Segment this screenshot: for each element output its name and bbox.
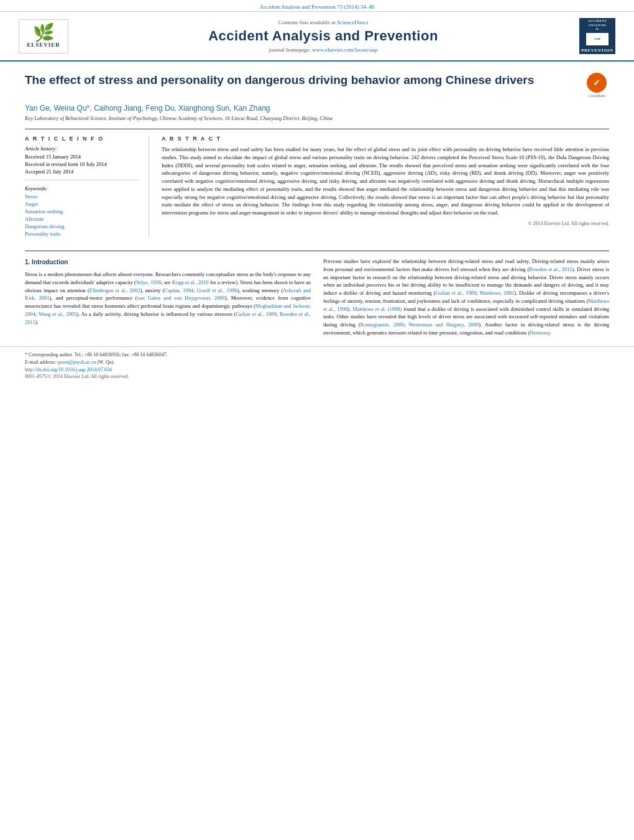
article-info-panel: A R T I C L E I N F O Article history: R… <box>25 136 149 238</box>
journal-citation-bar: Accident Analysis and Prevention 73 (201… <box>0 0 634 12</box>
aap-top-text: ACCIDENTANALYSIS& <box>588 19 607 32</box>
keyword-altruism: Altruism <box>25 216 139 222</box>
ref-caplan: Caplan, 1994 <box>165 287 193 293</box>
elsevier-tree-icon: 🌿 <box>33 24 55 42</box>
ref-kontogiannis: Kontogiannis, 2006 <box>361 321 404 328</box>
introduction-p1: Stress is a modern phenomenon that affec… <box>25 270 311 326</box>
abstract-section: A B S T R A C T The relationship between… <box>162 136 609 238</box>
email-link[interactable]: quwn@psych.ac.cn <box>57 359 96 365</box>
keyword-dangerous: Dangerous driving <box>25 223 139 229</box>
history-label: Article history: <box>25 145 139 152</box>
abstract-text: The relationship between stress and road… <box>162 145 609 217</box>
ref-ellenbogen: Ellenbogen et al., 2002 <box>90 287 140 293</box>
keyword-personality: Personality traits <box>25 231 139 237</box>
doi-link[interactable]: http://dx.doi.org/10.1016/j.aap.2014.07.… <box>25 367 112 372</box>
section-divider <box>25 251 609 251</box>
info-divider <box>25 180 139 180</box>
keyword-anger: Anger <box>25 201 139 207</box>
introduction-p2: Previous studies have explored the relat… <box>323 257 609 337</box>
abstract-title: A B S T R A C T <box>162 136 609 142</box>
ref-westerman: Westerman and Haigney, 2000 <box>408 321 479 328</box>
article-title: The effect of stress and personality on … <box>25 73 584 88</box>
received-date: Received 15 January 2014 <box>25 154 139 160</box>
right-body-column: Previous studies have explored the relat… <box>323 257 609 340</box>
corresponding-footnote: * Corresponding author. Tel.: +86 10 648… <box>25 352 609 358</box>
keyword-stress: Stress <box>25 193 139 200</box>
homepage-link[interactable]: www.elsevier.com/locate/aap <box>312 47 377 53</box>
article-info-title: A R T I C L E I N F O <box>25 136 139 142</box>
ref-graeff: Graeff et al., 1996 <box>196 287 237 293</box>
crossmark-container: ✓ CrossMark <box>584 73 609 98</box>
ref-matthews: Matthews, 2002 <box>480 290 515 296</box>
ref-gulian: Gulian et al., 1989 <box>236 311 277 317</box>
issn-line: 0001-4575/© 2014 Elsevier Ltd. All right… <box>25 374 609 379</box>
aap-logo: ACCIDENTANALYSIS& AAP PREVENTION <box>579 18 615 54</box>
journal-header: 🌿 ELSEVIER Contents lists available at S… <box>0 12 634 62</box>
ref-kopp: Kopp et al., 2010 <box>172 279 209 285</box>
accepted-date: Accepted 21 July 2014 <box>25 168 139 175</box>
aap-logo-container: ACCIDENTANALYSIS& AAP PREVENTION <box>572 18 615 54</box>
contents-line: Contents lists available at ScienceDirec… <box>75 19 572 25</box>
sciencedirect-link[interactable]: ScienceDirect <box>337 19 368 25</box>
aap-bottom-text: PREVENTION <box>581 48 613 53</box>
aap-logo-inner: AAP <box>586 33 609 46</box>
copyright-line: © 2014 Elsevier Ltd. All rights reserved… <box>162 221 609 226</box>
journal-title: Accident Analysis and Prevention <box>75 28 572 44</box>
elsevier-label: ELSEVIER <box>27 42 60 48</box>
ref-matthews3: Matthews et al. (1998) <box>352 306 402 312</box>
keywords-label: Keywords: <box>25 185 139 192</box>
journal-citation: Accident Analysis and Prevention 73 (201… <box>260 4 374 10</box>
left-body-column: 1. Introduction Stress is a modern pheno… <box>25 257 311 340</box>
email-footnote: E-mail address: quwn@psych.ac.cn (W. Qu)… <box>25 359 609 365</box>
journal-center: Contents lists available at ScienceDirec… <box>75 19 572 53</box>
ref-selye: Selye, 1936 <box>136 279 161 285</box>
keyword-sensation: Sensation seeking <box>25 208 139 215</box>
ref-gulian2: Gulian et al., 1989 <box>436 290 477 296</box>
ref-hennessy: Hennessy <box>530 330 551 336</box>
ref-wang: Wang et al., 2005 <box>39 311 76 317</box>
article-info-abstract: A R T I C L E I N F O Article history: R… <box>25 129 609 238</box>
footer-notes: * Corresponding author. Tel.: +86 10 648… <box>0 346 634 382</box>
journal-homepage: journal homepage: www.elsevier.com/locat… <box>75 47 572 53</box>
introduction-heading: 1. Introduction <box>25 257 311 267</box>
aap-inner-text: AAP <box>594 37 600 41</box>
article-affiliation: Key Laboratory of Behavioral Science, In… <box>25 115 609 121</box>
crossmark-icon: ✓ <box>587 73 607 93</box>
ref-vangalen: van Galen and van Huygevoort, 2000 <box>137 295 225 301</box>
article-authors: Yan Ge, Weina Qu*, Caihong Jiang, Feng D… <box>25 104 609 113</box>
article-title-section: The effect of stress and personality on … <box>25 73 609 98</box>
crossmark-label: CrossMark <box>589 94 605 98</box>
main-content: The effect of stress and personality on … <box>0 62 634 244</box>
doi-line: http://dx.doi.org/10.1016/j.aap.2014.07.… <box>25 367 609 372</box>
elsevier-logo: 🌿 ELSEVIER <box>19 19 75 53</box>
body-columns: 1. Introduction Stress is a modern pheno… <box>0 257 634 340</box>
page: Accident Analysis and Prevention 73 (201… <box>0 0 634 840</box>
ref-rowden2: Rowden et al., 2011 <box>529 266 572 272</box>
received-revised-date: Received in revised form 10 July 2014 <box>25 161 139 167</box>
